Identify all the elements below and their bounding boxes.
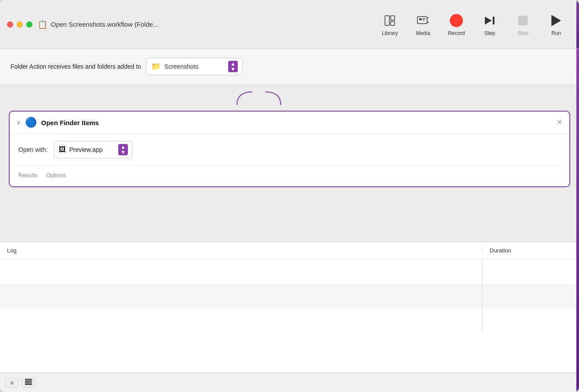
svg-rect-12 (25, 381, 32, 383)
svg-rect-6 (423, 20, 424, 21)
main-content: Folder Action receives files and folders… (0, 49, 579, 392)
window-title: Open Screenshots.workflow (Folde... (51, 21, 374, 28)
log-row (0, 308, 579, 333)
connection-arc (233, 90, 285, 107)
svg-rect-13 (25, 383, 32, 385)
run-icon (548, 13, 564, 28)
folder-selector[interactable]: 📁 Screenshots ▲ ▼ (146, 58, 243, 75)
action-card-body: Open with: 🖼 Preview.app ▲ ▼ Results (10, 134, 569, 186)
grid-view-button[interactable] (22, 378, 35, 388)
svg-marker-9 (485, 17, 492, 24)
folder-name: Screenshots (164, 63, 225, 70)
step-button[interactable]: Step (474, 7, 505, 42)
log-cell-duration (483, 308, 579, 333)
stop-button[interactable]: Stop (507, 7, 539, 42)
main-window: 📋 Open Screenshots.workflow (Folde... Li… (0, 0, 579, 392)
finder-icon: 🔵 (25, 117, 37, 128)
step-icon (482, 13, 498, 28)
collapse-button[interactable]: ∨ (17, 119, 21, 126)
svg-rect-0 (385, 16, 389, 25)
minimize-button[interactable] (17, 21, 23, 28)
svg-rect-5 (423, 18, 425, 19)
log-rows (0, 259, 579, 373)
media-button[interactable]: Media (407, 7, 439, 42)
stop-label: Stop (518, 30, 529, 36)
log-row (0, 284, 579, 308)
log-row (0, 259, 579, 284)
media-label: Media (416, 30, 431, 36)
log-header: Log Duration (0, 242, 579, 259)
close-button[interactable] (7, 21, 13, 28)
bottom-bar: ≡ (0, 373, 579, 392)
log-cell-log (0, 259, 483, 284)
workflow-canvas: ∨ 🔵 Open Finder Items ✕ Open with: 🖼 Pre… (0, 84, 579, 242)
grid-icon (25, 379, 32, 386)
log-cell-log (0, 308, 483, 333)
duration-column-header: Duration (483, 247, 579, 254)
library-label: Library (382, 30, 398, 36)
media-icon (415, 13, 431, 28)
maximize-button[interactable] (26, 21, 32, 28)
action-card-header: ∨ 🔵 Open Finder Items ✕ (10, 112, 569, 134)
action-title: Open Finder Items (41, 119, 552, 126)
library-icon (382, 13, 398, 28)
log-cell-duration (483, 284, 579, 308)
svg-rect-11 (25, 379, 32, 381)
workflow-icon: 📋 (38, 20, 47, 29)
record-icon (448, 13, 464, 28)
log-section: Log Duration (0, 242, 579, 373)
tab-options[interactable]: Options (46, 171, 66, 179)
folder-stepper[interactable]: ▲ ▼ (228, 61, 238, 72)
open-with-label: Open with: (18, 146, 48, 153)
app-selector[interactable]: 🖼 Preview.app ▲ ▼ (54, 141, 133, 158)
toolbar-buttons: Library Media (374, 7, 572, 42)
step-label: Step (484, 30, 495, 36)
right-accent-bar (576, 0, 579, 49)
preview-icon: 🖼 (59, 146, 66, 154)
tab-results[interactable]: Results (18, 171, 37, 179)
svg-rect-4 (419, 18, 422, 20)
open-with-row: Open with: 🖼 Preview.app ▲ ▼ (18, 141, 561, 158)
svg-rect-10 (493, 17, 494, 24)
app-name: Preview.app (69, 146, 115, 153)
run-button[interactable]: Run (540, 7, 572, 42)
action-card: ∨ 🔵 Open Finder Items ✕ Open with: 🖼 Pre… (9, 111, 570, 187)
svg-rect-3 (417, 17, 427, 24)
traffic-lights (7, 21, 32, 28)
library-button[interactable]: Library (374, 7, 406, 42)
log-cell-duration (483, 259, 579, 284)
folder-icon: 📁 (151, 62, 161, 71)
titlebar: 📋 Open Screenshots.workflow (Folde... Li… (0, 0, 579, 49)
list-icon: ≡ (10, 379, 14, 386)
folder-action-text: Folder Action receives files and folders… (11, 63, 141, 70)
log-column-header: Log (0, 247, 483, 254)
record-label: Record (448, 30, 465, 36)
action-tabs: Results Options (18, 165, 561, 179)
svg-rect-1 (391, 16, 395, 20)
stop-icon (515, 13, 531, 28)
action-close-button[interactable]: ✕ (557, 119, 562, 126)
folder-action-bar: Folder Action receives files and folders… (0, 49, 579, 84)
svg-rect-2 (391, 21, 395, 25)
right-strip (576, 49, 579, 392)
list-view-button[interactable]: ≡ (5, 378, 18, 388)
run-label: Run (551, 30, 561, 36)
app-stepper[interactable]: ▲ ▼ (118, 144, 128, 155)
log-cell-log (0, 284, 483, 308)
record-button[interactable]: Record (441, 7, 472, 42)
